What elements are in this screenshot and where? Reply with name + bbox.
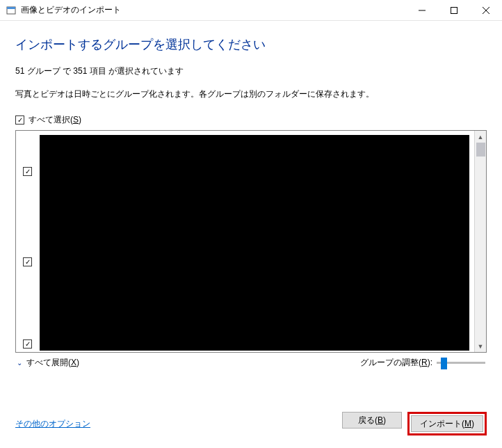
svg-rect-3 <box>451 7 458 13</box>
group-checkbox[interactable] <box>23 167 32 176</box>
list-footer-row: ⌄ すべて展開(X) グループの調整(R): <box>15 353 487 369</box>
scroll-up-icon[interactable]: ▲ <box>475 131 486 143</box>
maximize-button[interactable] <box>438 0 470 20</box>
expand-all-link[interactable]: ⌄ すべて展開(X) <box>17 357 79 369</box>
expand-all-label: すべて展開(X) <box>26 357 79 369</box>
footer: その他のオプション 戻る(B) インポート(M) <box>0 401 502 448</box>
window-title: 画像とビデオのインポート <box>21 4 406 16</box>
select-all-label: すべて選択(S) <box>29 114 81 126</box>
titlebar: 画像とビデオのインポート <box>0 0 502 21</box>
footer-buttons: 戻る(B) インポート(M) <box>342 412 487 435</box>
app-icon <box>6 5 17 16</box>
more-options-link[interactable]: その他のオプション <box>15 418 90 430</box>
content-area: インポートするグループを選択してください 51 グループ で 351 項目 が選… <box>0 21 502 369</box>
svg-rect-1 <box>7 7 15 9</box>
close-button[interactable] <box>470 0 502 20</box>
import-button-highlight: インポート(M) <box>407 412 487 435</box>
import-button[interactable]: インポート(M) <box>411 415 483 432</box>
group-list-viewport <box>16 131 474 352</box>
thumbnail-preview <box>40 135 469 351</box>
group-adjust-slider-wrap: グループの調整(R): <box>360 357 485 369</box>
slider-label: グループの調整(R): <box>360 357 432 369</box>
scrollbar-vertical[interactable]: ▲ ▼ <box>474 131 486 352</box>
window-controls <box>406 0 502 20</box>
info-text: 写真とビデオは日時ごとにグループ化されます。各グループは別のフォルダーに保存され… <box>15 88 487 100</box>
select-all-row: すべて選択(S) <box>15 114 487 126</box>
scroll-thumb[interactable] <box>476 143 485 157</box>
minimize-button[interactable] <box>406 0 438 20</box>
slider-thumb[interactable] <box>441 358 447 369</box>
group-adjust-slider[interactable] <box>437 362 485 364</box>
checkbox-icon <box>15 115 24 125</box>
scroll-down-icon[interactable]: ▼ <box>475 340 486 352</box>
page-heading: インポートするグループを選択してください <box>15 36 487 53</box>
select-all-checkbox[interactable]: すべて選択(S) <box>15 114 81 126</box>
group-list: ▲ ▼ <box>15 130 487 353</box>
back-button[interactable]: 戻る(B) <box>342 412 402 429</box>
group-checkbox[interactable] <box>23 339 32 349</box>
selection-status: 51 グループ で 351 項目 が選択されています <box>15 65 487 77</box>
group-checkbox[interactable] <box>23 257 32 266</box>
chevron-down-icon: ⌄ <box>17 359 22 367</box>
